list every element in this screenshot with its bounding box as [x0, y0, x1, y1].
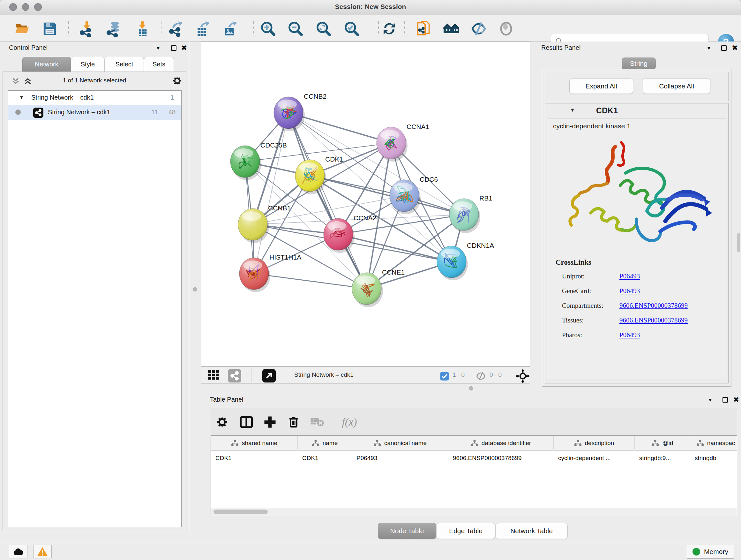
column-type-icon — [312, 439, 320, 447]
column-header[interactable]: shared name — [211, 436, 298, 450]
import-network-file-button[interactable] — [78, 20, 96, 38]
column-header[interactable]: canonical name — [352, 436, 448, 450]
zoom-selected-button[interactable] — [343, 20, 360, 38]
import-table-button[interactable] — [133, 20, 151, 38]
graph-node[interactable]: CDKN1A — [437, 242, 494, 280]
float-panel-icon[interactable] — [171, 45, 177, 51]
home-view-button[interactable] — [442, 20, 460, 38]
table-cell[interactable]: CDK1 — [298, 451, 352, 465]
panel-menu-icon[interactable]: ▼ — [156, 45, 160, 51]
network-table-splitter[interactable] — [201, 384, 530, 393]
float-panel-icon[interactable] — [723, 397, 728, 402]
column-header[interactable]: database identifier — [448, 436, 554, 450]
zoom-in-button[interactable] — [259, 20, 277, 38]
graph-node[interactable]: HIST1H1A — [239, 253, 301, 292]
expand-all-button[interactable]: Expand All — [569, 78, 633, 94]
network-options-gear-icon[interactable] — [172, 76, 182, 86]
birdseye-grid-icon[interactable] — [208, 370, 223, 381]
column-header[interactable]: name — [298, 436, 352, 450]
graph-edge[interactable] — [254, 113, 288, 273]
table-row[interactable]: CDK1CDK1P064939606.ENSP00000378699cyclin… — [211, 451, 737, 465]
tab-style[interactable]: Style — [71, 57, 105, 71]
panel-menu-icon[interactable]: ▼ — [708, 397, 713, 402]
string-badge-icon[interactable] — [228, 369, 241, 382]
results-scrollbar-thumb[interactable] — [737, 233, 740, 252]
add-column-button[interactable] — [261, 414, 279, 431]
table-options-button[interactable] — [213, 414, 231, 431]
export-network-button[interactable] — [167, 20, 185, 38]
close-panel-icon[interactable]: ✖ — [732, 44, 738, 52]
tab-node-table[interactable]: Node Table — [378, 523, 436, 539]
column-header[interactable]: namespac — [690, 436, 737, 450]
network-graph[interactable]: CCNB2CCNA1CDC25BCDK1CDC6RB1CCNB1CCNA2CDK… — [201, 42, 530, 366]
graph-node[interactable]: CDK1 — [295, 155, 343, 194]
panel-menu-icon[interactable]: ▼ — [706, 45, 711, 51]
control-network-splitter[interactable] — [189, 42, 201, 534]
crosslink-value-link[interactable]: P06493 — [619, 331, 640, 339]
hide-edges-button[interactable] — [470, 20, 488, 38]
crosslink-value-link[interactable]: P06493 — [619, 287, 640, 295]
table-cell[interactable]: cyclin-dependent ... — [554, 451, 635, 465]
graph-node[interactable]: CCNE1 — [352, 268, 405, 307]
toolbar-separator — [253, 21, 254, 37]
cloud-status-button[interactable] — [9, 545, 27, 558]
collection-expand-icon[interactable]: ▼ — [19, 95, 24, 100]
save-session-button[interactable] — [41, 20, 59, 38]
graph-edge[interactable] — [288, 113, 367, 289]
crosslink-value-link[interactable]: 9606.ENSP00000378699 — [619, 302, 688, 310]
tab-sets[interactable]: Sets — [144, 57, 174, 71]
collapse-all-button[interactable]: Collapse All — [643, 78, 711, 94]
tab-edge-table[interactable]: Edge Table — [436, 523, 495, 539]
show-columns-button[interactable] — [238, 414, 255, 431]
network-collection-row[interactable]: ▼ String Network – cdk1 1 — [8, 91, 181, 105]
close-panel-icon[interactable]: ✖ — [733, 396, 739, 403]
warnings-button[interactable] — [33, 545, 52, 558]
tab-network[interactable]: Network — [22, 57, 71, 71]
splitter-handle[interactable] — [193, 287, 197, 292]
float-panel-icon[interactable] — [721, 45, 727, 51]
column-header[interactable]: @id — [635, 436, 690, 450]
graph-node[interactable]: CDC6 — [390, 176, 438, 214]
table-cell[interactable]: P06493 — [352, 451, 448, 465]
export-network-icon — [168, 21, 184, 37]
zoom-fit-button[interactable] — [315, 20, 333, 38]
crosslink-value-link[interactable]: P06493 — [619, 272, 640, 280]
crosslink-label: GeneCard: — [562, 287, 591, 295]
delete-column-button[interactable] — [285, 414, 302, 431]
show-graphics-button[interactable] — [497, 20, 515, 38]
graph-node[interactable]: RB1 — [449, 194, 492, 233]
table-hscrollbar[interactable] — [211, 508, 737, 515]
table-cell[interactable]: CDK1 — [211, 451, 298, 465]
export-table-button[interactable] — [194, 20, 212, 38]
open-session-button[interactable] — [13, 20, 31, 38]
close-panel-icon[interactable]: ✖ — [181, 44, 187, 52]
selected-count: 1 - 0 — [453, 371, 465, 378]
export-image-button[interactable] — [221, 20, 239, 38]
network-canvas[interactable]: CCNB2CCNA1CDC25BCDK1CDC6RB1CCNB1CCNA2CDK… — [201, 42, 530, 367]
annotations-button[interactable] — [415, 20, 433, 38]
zoom-out-button[interactable] — [286, 20, 305, 38]
tab-network-table[interactable]: Network Table — [495, 523, 568, 539]
apply-layout-button[interactable] — [381, 20, 398, 38]
graph-edge[interactable] — [254, 273, 367, 289]
tab-select[interactable]: Select — [105, 57, 144, 71]
open-in-browser-button[interactable] — [262, 369, 276, 382]
selected-checkbox-icon[interactable] — [440, 371, 449, 381]
graph-node[interactable]: CCNB2 — [274, 92, 327, 131]
section-collapse-icon[interactable]: ▼ — [570, 107, 575, 113]
import-network-database-button[interactable] — [105, 20, 123, 38]
protein-section-header[interactable]: ▼ CDK1 — [545, 104, 728, 118]
scrollbar-thumb[interactable] — [213, 509, 268, 514]
crosslink-value-link[interactable]: 9606.ENSP00000378699 — [619, 316, 688, 324]
table-cell[interactable]: stringdb — [690, 451, 737, 465]
splitter-handle[interactable] — [469, 386, 473, 390]
birdseye-toggle-icon[interactable] — [516, 369, 530, 383]
table-cell[interactable]: 9606.ENSP00000378699 — [448, 451, 554, 465]
column-header[interactable]: description — [554, 436, 635, 450]
graph-node[interactable]: CCNA1 — [377, 123, 429, 162]
tab-string[interactable]: String — [622, 57, 656, 70]
graph-edge[interactable] — [310, 176, 464, 214]
table-cell[interactable]: stringdb:9... — [635, 451, 690, 465]
memory-button[interactable]: Memory — [687, 545, 734, 559]
network-row[interactable]: String Network – cdk1 11 48 — [8, 105, 181, 120]
